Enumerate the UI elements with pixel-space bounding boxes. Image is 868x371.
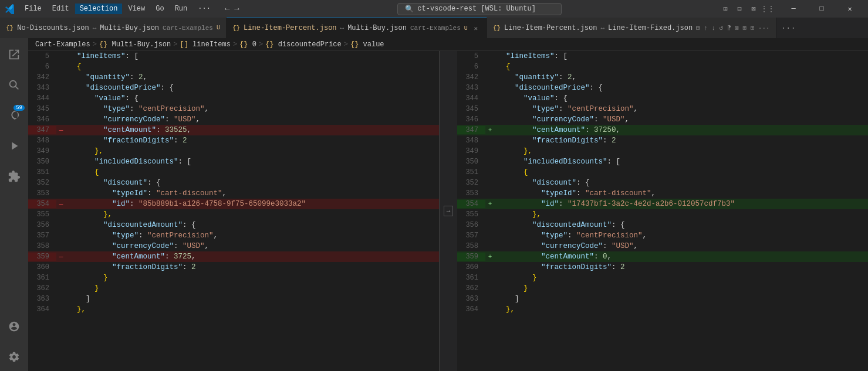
line-number: 344 xyxy=(457,94,485,103)
menu-more[interactable]: ··· xyxy=(193,4,215,14)
tab-bar: {} No-Discounts.json ↔ Multi-Buy.json Ca… xyxy=(0,18,868,38)
line-number: 345 xyxy=(457,105,485,113)
extensions-button[interactable] xyxy=(0,162,28,190)
minimize-button[interactable]: ─ xyxy=(780,0,807,18)
tab-line-item-percent-fixed[interactable]: {} Line-Item-Percent.json ↔ Line-Item-Fi… xyxy=(487,18,776,38)
line-number: 363 xyxy=(28,295,56,303)
line-content: "currencyCode": "USD", xyxy=(495,242,868,250)
line-content: "includedDiscounts": [ xyxy=(66,158,439,166)
line-content: }, xyxy=(495,305,868,314)
code-line-364: 364 }, xyxy=(28,304,439,315)
right-code-area[interactable]: 5 "lineItems": [6 {342 "quantity": 2,343… xyxy=(457,51,868,371)
menu-go[interactable]: Go xyxy=(151,4,168,14)
code-line-348: 348 "fractionDigits": 2 xyxy=(28,135,439,146)
tab-no-discounts[interactable]: {} No-Discounts.json ↔ Multi-Buy.json Ca… xyxy=(0,18,227,38)
code-line-355: 355 }, xyxy=(457,209,868,220)
source-control-button[interactable]: 59 xyxy=(0,101,28,130)
code-line-348: 348 "fractionDigits": 2 xyxy=(457,135,868,146)
search-button[interactable] xyxy=(0,71,28,99)
layout-toggle-4[interactable]: ⋮⋮ xyxy=(762,4,773,14)
diff-gutter: → xyxy=(440,51,457,371)
menu-view[interactable]: View xyxy=(123,4,150,14)
line-number: 353 xyxy=(28,189,56,198)
line-content: "fractionDigits": 2 xyxy=(495,263,868,271)
menu-edit[interactable]: Edit xyxy=(48,4,74,14)
line-number: 359 xyxy=(28,253,56,261)
code-line-351: 351 { xyxy=(457,167,868,178)
line-content: } xyxy=(66,284,439,292)
maximize-button[interactable]: □ xyxy=(808,0,835,18)
nav-back-button[interactable]: ← xyxy=(225,4,229,13)
breadcrumb-item-6[interactable]: {} value xyxy=(350,40,384,49)
run-debug-button[interactable] xyxy=(0,132,28,160)
svg-line-1 xyxy=(15,86,18,89)
tab-more-button[interactable]: ··· xyxy=(776,18,801,38)
line-number: 349 xyxy=(28,147,56,155)
code-line-342: 342 "quantity": 2, xyxy=(457,72,868,83)
settings-button[interactable] xyxy=(0,343,28,371)
close-button[interactable]: ✕ xyxy=(836,0,863,18)
code-line-353: 353 "typeId": "cart-discount", xyxy=(457,188,868,199)
search-bar[interactable]: 🔍 ct-vscode-rest [WSL: Ubuntu] xyxy=(397,3,562,15)
tab-close-2[interactable]: ✕ xyxy=(471,23,481,33)
line-content: { xyxy=(66,63,439,71)
account-button[interactable] xyxy=(0,312,28,341)
layout-toggle-1[interactable]: ⊞ xyxy=(720,4,731,14)
tab-arrow-2: ↔ xyxy=(340,25,345,32)
code-line-350: 350 "includedDiscounts": [ xyxy=(457,156,868,167)
code-line-343: 343 "discountedPrice": { xyxy=(28,83,439,93)
menu-bar: File Edit Selection View Go Run ··· xyxy=(20,4,215,14)
code-line-352: 352 "discount": { xyxy=(457,178,868,188)
tab-name-2a: Line-Item-Percent.json xyxy=(244,24,336,32)
line-content: "includedDiscounts": [ xyxy=(495,158,868,166)
code-line-346: 346 "currencyCode": "USD", xyxy=(28,114,439,125)
breadcrumb-item-4[interactable]: {} 0 xyxy=(239,40,256,49)
explorer-button[interactable] xyxy=(0,40,28,69)
code-line-349: 349 }, xyxy=(457,146,868,156)
breadcrumb-item-5[interactable]: {} discountedPrice xyxy=(265,40,342,49)
code-line-6: 6 { xyxy=(28,62,439,72)
line-number: 5 xyxy=(457,52,485,60)
tab-badge-1: Cart-Examples xyxy=(163,25,213,32)
line-number: 343 xyxy=(28,84,56,92)
menu-selection[interactable]: Selection xyxy=(75,4,123,14)
left-code-lines: 5 "lineItems": [6 {342 "quantity": 2,343… xyxy=(28,51,439,315)
main-area: 59 Cart-Examples > {} Multi-Buy.json > [… xyxy=(0,38,868,371)
line-content: "discountedAmount": { xyxy=(66,221,439,229)
tab-badge-2: Cart-Examples xyxy=(410,25,461,32)
line-content: "type": "centPrecision", xyxy=(495,232,868,240)
menu-file[interactable]: File xyxy=(20,4,46,14)
tab-name-1b: Multi-Buy.json xyxy=(100,24,159,32)
line-number: 347 xyxy=(28,126,56,134)
line-number: 356 xyxy=(457,221,485,229)
titlebar-center: 🔍 ct-vscode-rest [WSL: Ubuntu] xyxy=(242,3,718,15)
line-content: } xyxy=(495,274,868,282)
breadcrumb-item-2[interactable]: {} Multi-Buy.json xyxy=(99,40,171,49)
left-diff-pane: 5 "lineItems": [6 {342 "quantity": 2,343… xyxy=(28,51,440,371)
breadcrumb-item-1[interactable]: Cart-Examples xyxy=(35,40,90,49)
tab-line-item-percent-multi[interactable]: {} Line-Item-Percent.json ↔ Multi-Buy.js… xyxy=(227,18,487,38)
line-content: "centAmount": 0, xyxy=(495,253,868,261)
svg-point-0 xyxy=(10,81,16,87)
code-line-361: 361 } xyxy=(28,273,439,283)
breadcrumb-item-3[interactable]: [] lineItems xyxy=(180,40,230,49)
tab-icon-3: {} xyxy=(493,25,501,32)
code-line-344: 344 "value": { xyxy=(28,93,439,104)
line-number: 360 xyxy=(28,263,56,271)
tab-actions-3: ⊞ ↑ ↓ ↺ ⁋ ⊠ ⊞ ⊞ ··· xyxy=(696,24,770,32)
line-content: "currencyCode": "USD", xyxy=(66,242,439,250)
line-number: 364 xyxy=(28,305,56,314)
line-number: 348 xyxy=(457,137,485,145)
code-line-359: 359— "centAmount": 3725, xyxy=(28,251,439,262)
layout-toggle-3[interactable]: ⊠ xyxy=(748,4,759,14)
menu-run[interactable]: Run xyxy=(170,4,192,14)
line-content: "typeId": "cart-discount", xyxy=(495,189,868,198)
line-content: "currencyCode": "USD", xyxy=(495,115,868,124)
line-number: 6 xyxy=(457,63,485,71)
layout-toggle-2[interactable]: ⊟ xyxy=(734,4,745,14)
left-code-area[interactable]: 5 "lineItems": [6 {342 "quantity": 2,343… xyxy=(28,51,439,371)
line-number: 362 xyxy=(28,284,56,292)
nav-forward-button[interactable]: → xyxy=(234,4,239,13)
line-number: 5 xyxy=(28,52,56,60)
line-content: "quantity": 2, xyxy=(66,73,439,81)
